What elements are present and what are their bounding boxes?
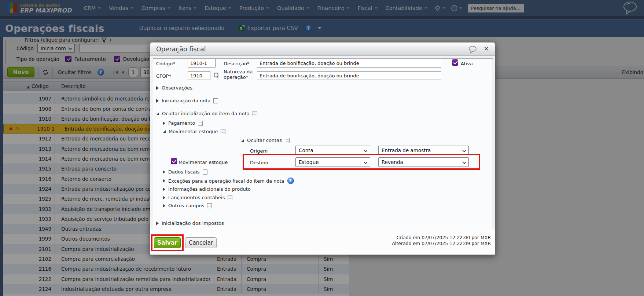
dialog-titlebar[interactable]: Operação fiscal ✕ [150,43,495,56]
dialog-footer: Salvar Cancelar Criado em 07/07/2025 12:… [150,229,495,255]
form-icon[interactable] [228,195,232,200]
operacao-fiscal-dialog: Operação fiscal ✕ Código* Descrição* Ati… [150,42,495,255]
collapsed-icon [163,121,165,125]
collapsed-icon [163,170,165,174]
chevron-down-icon [364,149,367,152]
altered-timestamp: Alterado em 07/07/2025 12:22:09 por MXP. [392,241,491,246]
expanded-icon [163,130,166,133]
codigo-label: Código* [156,61,175,66]
cfop-label: CFOP* [156,73,171,79]
chevron-down-icon [462,149,466,152]
form-icon[interactable] [221,129,225,134]
collapsed-icon [163,179,165,183]
collapsed-icon [163,196,165,200]
section-ocultar-contas[interactable]: Ocultar contas [241,138,290,143]
form-icon[interactable] [198,121,203,126]
section-informacoes-produto[interactable]: Informações adicionais do produto [163,186,251,192]
collapsed-icon [163,187,165,191]
form-icon[interactable] [203,169,207,175]
salvar-highlight-annotation: Salvar [151,234,184,251]
close-icon[interactable]: ✕ [484,45,489,52]
collapsed-icon [163,204,165,208]
form-icon[interactable] [285,138,290,143]
collapsed-icon [156,86,159,90]
movimentar-estoque-checkbox[interactable] [171,158,177,164]
descricao-label: Descrição* [224,61,249,66]
section-outros-campos[interactable]: Outros campos [163,203,212,208]
section-movimentar-estoque[interactable]: Movimentar estoque [163,129,225,134]
form-icon[interactable] [213,98,218,103]
audit-timestamps: Criado em 07/07/2025 12:22:00 por MXP. A… [392,235,491,246]
section-lancamentos[interactable]: Lançamentos contábeis [163,195,232,200]
cancelar-button[interactable]: Cancelar [185,237,217,248]
help-icon[interactable]: ? [287,178,294,184]
cfop-input[interactable] [188,71,210,80]
ativa-checkbox[interactable] [452,59,458,66]
destino-highlight-annotation [243,154,480,170]
comment-bubble-icon[interactable] [468,46,477,54]
section-observacoes[interactable]: Observações [156,85,192,91]
form-icon[interactable] [207,203,212,208]
form-icon[interactable] [253,111,257,116]
ativa-label: Ativa [461,61,473,66]
natureza-input[interactable] [257,71,441,80]
section-pagamento[interactable]: Pagamento [163,120,203,126]
section-dados-fiscais[interactable]: Dados fiscais [163,169,207,175]
salvar-button[interactable]: Salvar [154,237,181,248]
app-canvas: Sistema de gestão ERP MAXIPROD CRM Venda… [0,0,644,296]
origem-label: Origem [250,148,268,154]
movimentar-estoque-label: Movimentar estoque [179,160,228,165]
section-ocultar-item-nota[interactable]: Ocultar inicialização do item da nota [156,111,257,116]
section-excecoes[interactable]: Exceções para a operação fiscal do item … [163,178,294,184]
section-inicializacao-nota[interactable]: Inicialização da nota [156,98,218,103]
dialog-title: Operação fiscal [156,45,206,53]
codigo-input[interactable] [188,59,216,67]
created-timestamp: Criado em 07/07/2025 12:22:00 por MXP. [392,235,491,241]
expanded-icon [241,139,244,142]
expanded-icon [156,112,159,115]
natureza-label: Natureza da operação* [224,69,254,80]
descricao-input[interactable] [257,59,441,67]
collapsed-icon [156,222,159,225]
section-impostos[interactable]: Inicialização dos impostos [156,220,224,226]
search-icon[interactable] [213,72,219,78]
collapsed-icon [156,99,159,103]
